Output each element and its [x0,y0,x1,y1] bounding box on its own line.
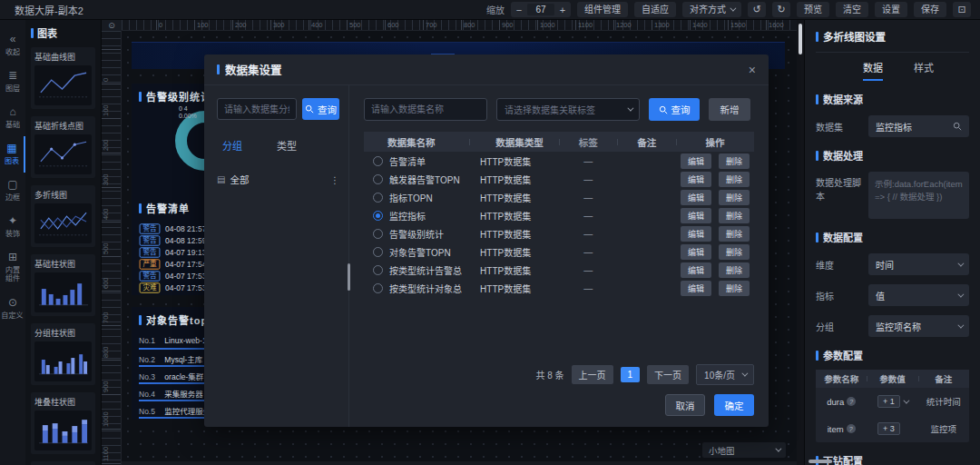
table-row[interactable]: 指标TOPN HTTP数据集 — 编辑 删除 [364,188,754,206]
delete-button[interactable]: 删除 [719,281,750,296]
group-search-input[interactable] [217,98,297,120]
delete-button[interactable]: 删除 [719,190,750,205]
save-button[interactable]: 保存 [914,2,946,17]
chart-library-panel: 图表 基础曲线图 基础折线点图 多折线图 基础柱状图 分 [25,20,102,465]
minimap-toggle[interactable]: 小地图 [702,442,786,458]
thumb-multi-line[interactable]: 多折线图 [31,185,95,247]
rail-item[interactable]: ⊞ 内置 组件 [0,245,25,291]
canvas-horizontal-scrollbar[interactable] [122,461,797,465]
tab-style[interactable]: 样式 [914,60,934,81]
dataset-name-input[interactable] [364,98,487,121]
eye-icon[interactable]: ⊙ [102,20,122,31]
radio[interactable] [373,247,383,257]
prev-page-button[interactable]: 上一页 [572,365,613,384]
preview-button[interactable]: 预览 [797,2,829,17]
dataset-picker[interactable]: 监控指标 [868,115,969,137]
script-textarea[interactable] [868,172,969,219]
undo-icon[interactable]: ↺ [748,2,766,17]
metric-select[interactable]: 值 [868,284,969,306]
close-icon[interactable]: × [749,63,756,77]
canvas-scrollbar-strip [797,20,804,465]
radio[interactable] [373,174,383,184]
settings-button[interactable]: 设置 [875,2,907,17]
page-size-select[interactable]: 10条/页 [696,364,754,385]
tag-select[interactable]: 请选择数据集关联标签 [496,98,640,121]
component-manager-button[interactable]: 组件管理 [577,2,628,17]
redo-icon[interactable]: ↻ [772,2,790,17]
table-row[interactable]: 监控指标 HTTP数据集 — 编辑 删除 [364,206,754,224]
group-select[interactable]: 监控项名称 [868,315,969,337]
edit-button[interactable]: 编辑 [681,153,711,169]
accent-bar [31,28,34,38]
delete-button[interactable]: 删除 [719,172,750,187]
radio[interactable] [373,156,383,166]
param-value[interactable]: + 3 [877,422,900,435]
confirm-button[interactable]: 确定 [714,394,754,416]
edit-button[interactable]: 编辑 [681,262,711,278]
rail-item[interactable]: « 收起 [0,27,25,64]
cancel-button[interactable]: 取消 [665,394,705,416]
rail-item[interactable]: ▢ 边框 [0,173,25,209]
inspector-horizontal-scrollbar[interactable] [808,460,832,463]
radio[interactable] [373,211,383,221]
delete-button[interactable]: 删除 [719,262,750,278]
help-icon[interactable]: ? [847,397,856,406]
dataset-search-button[interactable]: 查询 [649,98,700,121]
chevron-down-icon [730,5,736,12]
thumb-basic-curve[interactable]: 基础曲线图 [31,47,95,109]
auto-fit-button[interactable]: 自适应 [634,2,676,17]
edit-button[interactable]: 编辑 [681,244,711,260]
thumb-line-point[interactable]: 基础折线点图 [31,116,95,178]
tab-group[interactable]: 分组 [222,138,242,153]
ruler-x-label: 100 [194,20,232,30]
table-row[interactable]: 告警清单 HTTP数据集 — 编辑 删除 [364,152,754,170]
cell-dataset-type: HTTP数据集 [469,245,559,259]
rail-item[interactable]: ✦ 装饰 [0,209,25,245]
delete-button[interactable]: 删除 [719,244,750,260]
clear-button[interactable]: 清空 [836,2,868,17]
current-page[interactable]: 1 [621,367,641,382]
zoom-value[interactable]: 67 [527,4,554,15]
top5-name: 采集服务器 [164,390,203,399]
thumb-basic-bar[interactable]: 基础柱状图 [31,254,95,316]
rail-item[interactable]: ⊙ 自定义 [0,291,25,327]
edit-button[interactable]: 编辑 [681,208,711,223]
edit-button[interactable]: 编辑 [681,226,711,242]
next-page-button[interactable]: 下一页 [647,365,689,384]
table-row[interactable]: 按类型统计对象总 HTTP数据集 — 编辑 删除 [364,279,754,297]
zoom-in-button[interactable]: + [554,5,571,15]
tree-item-all[interactable]: ▤ 全部 ⋮ [217,173,339,186]
edit-button[interactable]: 编辑 [681,281,711,296]
more-vertical-icon[interactable]: ⋮ [330,174,340,185]
edit-button[interactable]: 编辑 [681,172,711,187]
delete-button[interactable]: 删除 [719,208,750,223]
rail-item[interactable]: ▦ 图表 [0,136,25,173]
zoom-out-button[interactable]: − [511,5,527,15]
thumb-stack-bar[interactable]: 堆叠柱状图 [31,392,95,454]
edit-button[interactable]: 编辑 [681,190,711,205]
group-search-button[interactable]: 查询 [302,98,339,120]
table-row[interactable]: 告警级别统计 HTTP数据集 — 编辑 删除 [364,224,754,242]
exit-icon[interactable]: ⊡ [953,2,971,17]
table-row[interactable]: 触发器告警TOPN HTTP数据集 — 编辑 删除 [364,170,754,188]
radio[interactable] [373,193,383,203]
radio[interactable] [373,283,383,293]
tab-data[interactable]: 数据 [863,60,883,81]
delete-button[interactable]: 删除 [719,153,750,169]
rail-item[interactable]: ≣ 图层 [0,64,25,100]
rail-item[interactable]: ⌂ 基础 [0,100,25,136]
thumb-basic-area[interactable]: 基础面积图 [31,461,95,465]
thumb-group-bar[interactable]: 分组柱状图 [31,323,95,385]
table-row[interactable]: 对象告警TOPN HTTP数据集 — 编辑 删除 [364,242,754,261]
radio[interactable] [373,265,383,275]
align-mode-button[interactable]: 对齐方式 [682,2,741,17]
help-icon[interactable]: ? [847,424,856,433]
tab-type[interactable]: 类型 [277,138,297,153]
radio[interactable] [373,229,383,239]
canvas-vertical-scrollbar[interactable] [799,24,802,54]
add-dataset-button[interactable]: 新增 [709,98,750,121]
table-row[interactable]: 按类型统计告警总 HTTP数据集 — 编辑 删除 [364,261,754,279]
delete-button[interactable]: 删除 [719,226,750,242]
dimension-select[interactable]: 时间 [868,253,969,275]
param-value[interactable]: + 1 [877,395,900,408]
